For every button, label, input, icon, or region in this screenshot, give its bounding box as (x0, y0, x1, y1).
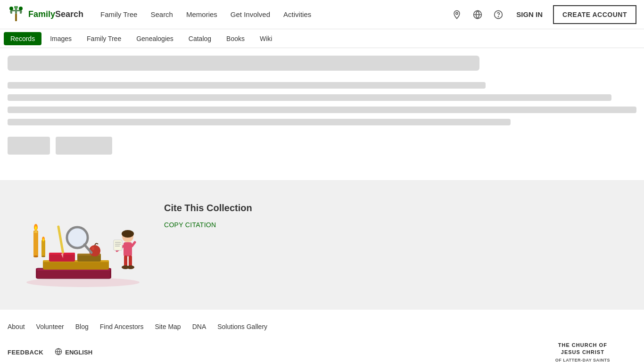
svg-point-31 (35, 226, 37, 230)
sign-in-button[interactable]: SIGN IN (512, 8, 547, 21)
svg-point-35 (43, 239, 44, 241)
nav-family-tree[interactable]: Family Tree (95, 7, 143, 22)
subnav-wiki[interactable]: Wiki (253, 32, 279, 45)
skeleton-button-1 (8, 137, 50, 155)
globe-icon-button[interactable] (470, 7, 485, 22)
cite-content: Cite This Collection COPY CITATION (164, 195, 252, 229)
svg-point-33 (41, 256, 45, 257)
svg-rect-42 (124, 242, 132, 256)
help-icon-button[interactable] (491, 7, 506, 22)
main-nav-links: Family Tree Search Memories Get Involved… (95, 7, 449, 22)
skeleton-line-1 (8, 82, 486, 89)
subnav-books[interactable]: Books (220, 32, 251, 45)
subnav-genealogies[interactable]: Genealogies (130, 32, 180, 45)
svg-point-15 (26, 278, 140, 287)
svg-point-5 (9, 7, 13, 10)
skeleton-line-2 (8, 94, 611, 101)
footer-volunteer[interactable]: Volunteer (36, 323, 64, 330)
svg-point-48 (127, 265, 134, 269)
svg-rect-36 (57, 225, 64, 254)
language-label: ENGLISH (65, 349, 92, 356)
svg-point-11 (456, 12, 458, 14)
svg-point-7 (19, 7, 23, 10)
svg-point-29 (33, 255, 38, 257)
church-logo: THE CHURCH OF JESUS CHRIST OF LATTER-DAY… (555, 342, 610, 362)
skeleton-line-3 (8, 107, 636, 113)
subnav-records[interactable]: Records (4, 32, 41, 45)
copy-citation-link[interactable]: COPY CITATION (164, 221, 216, 229)
svg-line-44 (132, 242, 135, 246)
cite-title: Cite This Collection (164, 203, 252, 214)
footer-links: About Volunteer Blog Find Ancestors Site… (0, 310, 644, 338)
footer-solutions-gallery[interactable]: Solutions Gallery (217, 323, 267, 330)
logo[interactable]: FamilySearch (8, 6, 83, 23)
svg-rect-10 (20, 11, 22, 13)
nav-activities[interactable]: Activities (278, 7, 317, 22)
nav-memories[interactable]: Memories (181, 7, 223, 22)
skeleton-button-2 (56, 137, 112, 155)
nav-search[interactable]: Search (145, 7, 179, 22)
svg-rect-27 (33, 230, 38, 256)
create-account-button[interactable]: CREATE ACCOUNT (553, 5, 636, 24)
svg-rect-8 (15, 14, 17, 21)
subnav-images[interactable]: Images (43, 32, 78, 45)
globe-small-icon (55, 348, 62, 357)
svg-point-54 (127, 234, 132, 237)
nav-get-involved[interactable]: Get Involved (225, 7, 276, 22)
skeleton-line-4 (8, 119, 511, 125)
language-button[interactable]: ENGLISH (55, 348, 92, 357)
footer-bottom: FEEDBACK ENGLISH THE CHURCH OF JESUS CHR… (0, 338, 644, 362)
main-content: Cite This Collection COPY CITATION (0, 48, 644, 310)
cite-illustration (8, 195, 149, 291)
footer-site-map[interactable]: Site Map (155, 323, 181, 330)
top-nav: FamilySearch Family Tree Search Memories… (0, 0, 644, 29)
skeleton-title (8, 56, 479, 71)
subnav-family-tree[interactable]: Family Tree (80, 32, 128, 45)
footer-blog[interactable]: Blog (75, 323, 89, 330)
svg-rect-3 (15, 10, 17, 14)
skeleton-buttons (8, 137, 636, 155)
svg-point-26 (91, 247, 94, 250)
feedback-button[interactable]: FEEDBACK (8, 349, 43, 356)
svg-point-6 (14, 6, 18, 9)
footer-dna[interactable]: DNA (192, 323, 206, 330)
svg-rect-9 (10, 11, 12, 13)
footer: About Volunteer Blog Find Ancestors Site… (0, 310, 644, 362)
svg-rect-49 (114, 240, 122, 250)
logo-text: FamilySearch (28, 9, 83, 19)
svg-rect-32 (41, 240, 45, 256)
location-icon-button[interactable] (449, 7, 464, 22)
sub-nav: Records Images Family Tree Genealogies C… (0, 29, 644, 48)
footer-find-ancestors[interactable]: Find Ancestors (100, 323, 144, 330)
footer-about[interactable]: About (8, 323, 25, 330)
cite-section: Cite This Collection COPY CITATION (0, 180, 644, 310)
nav-actions: SIGN IN CREATE ACCOUNT (449, 5, 636, 24)
subnav-catalog[interactable]: Catalog (182, 32, 218, 45)
